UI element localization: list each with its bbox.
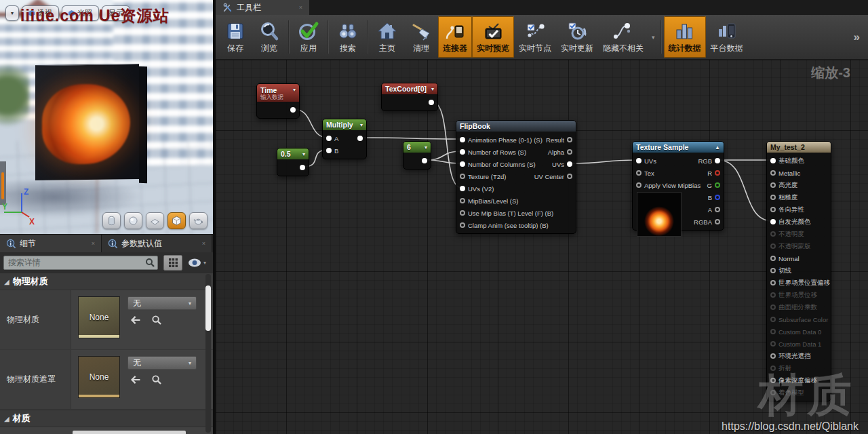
viewport-3d[interactable]: ▾透视光照显示 Z Y X xyxy=(0,0,213,234)
node-header[interactable]: 6▾ xyxy=(403,142,431,153)
clean-button[interactable]: 清理 xyxy=(404,16,438,58)
browse-asset-button[interactable] xyxy=(151,315,161,325)
viewport-options-dropdown[interactable]: ▾ xyxy=(5,5,19,21)
node-c05[interactable]: 0.5▾ xyxy=(277,148,309,176)
input-pin[interactable] xyxy=(770,219,776,224)
preview-shape-teapot-button[interactable] xyxy=(189,212,208,229)
node-header[interactable]: Multiply▾ xyxy=(323,119,366,130)
input-pin[interactable] xyxy=(770,304,776,310)
browse-button[interactable]: 浏览 xyxy=(252,16,286,58)
output-pin[interactable] xyxy=(715,158,720,163)
input-pin[interactable] xyxy=(770,182,776,188)
node-header[interactable]: FlipBook xyxy=(456,121,576,132)
input-pin[interactable] xyxy=(770,207,776,212)
input-pin[interactable] xyxy=(770,268,776,273)
use-selected-asset-button[interactable] xyxy=(130,315,142,325)
node-c6[interactable]: 6▾ xyxy=(403,141,431,170)
preview-shape-cylinder-button[interactable] xyxy=(102,212,121,229)
input-pin[interactable] xyxy=(636,158,642,163)
details-tab-1[interactable]: 参数默认值× xyxy=(102,235,212,252)
node-header[interactable]: Texture Sample▲ xyxy=(633,142,724,153)
input-pin[interactable] xyxy=(770,158,776,163)
input-pin[interactable] xyxy=(636,182,642,188)
close-icon[interactable]: × xyxy=(299,4,302,11)
output-pin[interactable] xyxy=(715,195,720,200)
input-pin[interactable] xyxy=(460,137,465,142)
input-pin[interactable] xyxy=(460,210,465,216)
hide-unrelated-button[interactable]: 隐藏不相关 xyxy=(598,16,648,58)
output-pin[interactable] xyxy=(357,136,363,141)
output-pin[interactable] xyxy=(715,219,720,224)
material-graph-canvas[interactable]: 缩放-3 Time输入数据▾TexCoord[0]▾Multiply▾AB0.5… xyxy=(216,60,868,434)
asset-thumbnail[interactable]: None xyxy=(78,296,120,338)
home-button[interactable]: 主页 xyxy=(370,16,404,58)
output-pin[interactable] xyxy=(429,100,434,105)
input-pin[interactable] xyxy=(770,317,776,322)
chevron-down-icon[interactable]: ▾ xyxy=(302,151,305,157)
toolbar-overflow-chevron[interactable]: » xyxy=(848,16,865,58)
input-pin[interactable] xyxy=(770,353,776,359)
asset-select-dropdown[interactable]: 无▾ xyxy=(127,296,197,310)
apply-button[interactable]: 应用 xyxy=(292,16,326,58)
preview-shape-sphere-button[interactable] xyxy=(124,212,142,229)
input-pin[interactable] xyxy=(770,280,776,285)
input-pin[interactable] xyxy=(460,186,465,191)
node-texsample[interactable]: Texture Sample▲UVsRGBTexRApply View MipB… xyxy=(632,141,724,231)
live-update-button[interactable]: 实时更新 xyxy=(556,16,598,58)
input-pin[interactable] xyxy=(460,161,465,167)
collapse-icon[interactable]: ▲ xyxy=(715,144,720,151)
use-selected-asset-button[interactable] xyxy=(130,375,142,384)
output-pin[interactable] xyxy=(422,158,427,163)
browse-asset-button[interactable] xyxy=(151,374,161,384)
output-pin[interactable] xyxy=(715,182,720,188)
input-pin[interactable] xyxy=(460,149,465,155)
node-texcoord[interactable]: TexCoord[0]▾ xyxy=(381,83,438,111)
output-pin[interactable] xyxy=(290,107,296,113)
input-pin[interactable] xyxy=(770,341,776,347)
input-pin[interactable] xyxy=(636,170,642,176)
input-pin[interactable] xyxy=(770,243,776,249)
tab-toolbar[interactable]: 工具栏 × xyxy=(216,0,309,15)
node-header[interactable]: TexCoord[0]▾ xyxy=(382,83,437,94)
input-pin[interactable] xyxy=(770,292,776,298)
section-header-0[interactable]: ◢物理材质 xyxy=(0,273,213,290)
input-pin[interactable] xyxy=(770,231,776,237)
output-pin[interactable] xyxy=(567,174,572,179)
node-multiply[interactable]: Multiply▾AB xyxy=(322,119,367,159)
input-pin[interactable] xyxy=(326,148,332,153)
output-pin[interactable] xyxy=(567,149,572,155)
close-icon[interactable]: × xyxy=(202,240,205,247)
node-flipbook[interactable]: FlipBookAnimation Phase (0-1) (S)ResultN… xyxy=(456,120,576,234)
preview-shape-plane-button[interactable] xyxy=(146,212,164,229)
input-pin[interactable] xyxy=(770,329,776,334)
grid-view-button[interactable] xyxy=(163,255,182,271)
platform-stats-button[interactable]: 平台数据 xyxy=(706,16,748,58)
input-pin[interactable] xyxy=(460,174,465,179)
output-pin[interactable] xyxy=(567,137,572,142)
input-pin[interactable] xyxy=(770,195,776,200)
output-pin[interactable] xyxy=(300,165,305,170)
live-nodes-button[interactable]: 实时节点 xyxy=(514,16,556,58)
live-preview-button[interactable]: 实时预览 xyxy=(472,16,514,58)
chevron-down-icon[interactable]: ▾ xyxy=(293,87,296,93)
output-pin[interactable] xyxy=(715,207,720,212)
input-pin[interactable] xyxy=(326,136,332,141)
input-pin[interactable] xyxy=(770,256,776,261)
details-scrollbar[interactable] xyxy=(205,274,211,433)
search-input[interactable] xyxy=(4,258,145,267)
preview-shape-cube-button[interactable] xyxy=(167,212,186,229)
close-icon[interactable]: × xyxy=(92,240,95,247)
visibility-filter-button[interactable]: ▾ xyxy=(188,258,206,267)
node-header[interactable]: Time输入数据▾ xyxy=(257,84,299,102)
chevron-down-icon[interactable]: ▾ xyxy=(431,86,434,92)
node-header[interactable]: 0.5▾ xyxy=(277,149,309,159)
asset-select-dropdown[interactable]: 无▾ xyxy=(127,356,197,370)
stats-button[interactable]: 统计数据 xyxy=(664,16,706,58)
chevron-down-icon[interactable]: ▾ xyxy=(360,122,363,128)
input-pin[interactable] xyxy=(460,222,465,228)
chevron-down-icon[interactable]: ▾ xyxy=(648,16,658,58)
chevron-down-icon[interactable]: ▾ xyxy=(425,144,427,151)
connector-button[interactable]: 连接器 xyxy=(438,16,472,58)
details-tab-0[interactable]: 细节× xyxy=(0,235,102,252)
node-header[interactable]: My_test_2 xyxy=(767,142,831,153)
